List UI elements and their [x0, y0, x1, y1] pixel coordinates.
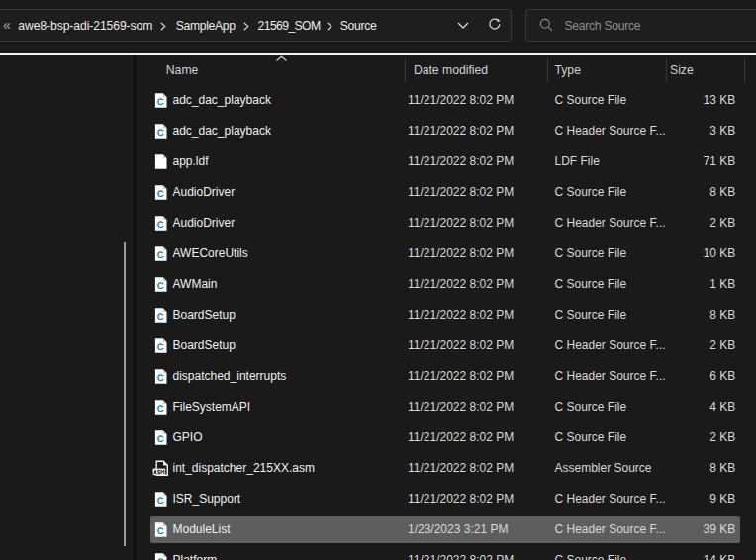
svg-text:C: C: [157, 341, 164, 352]
svg-text:C: C: [157, 219, 164, 230]
svg-text:C: C: [157, 249, 164, 260]
svg-text:C: C: [157, 433, 164, 444]
svg-text:C: C: [157, 127, 164, 138]
svg-text:C: C: [157, 556, 164, 560]
svg-text:C: C: [157, 280, 164, 291]
svg-text:C: C: [157, 495, 164, 506]
svg-text:C: C: [157, 372, 164, 383]
svg-text:C: C: [157, 188, 164, 199]
svg-text:C: C: [157, 96, 164, 107]
svg-text:C: C: [157, 311, 164, 322]
svg-text:C: C: [157, 403, 164, 414]
svg-text:C: C: [157, 525, 164, 536]
